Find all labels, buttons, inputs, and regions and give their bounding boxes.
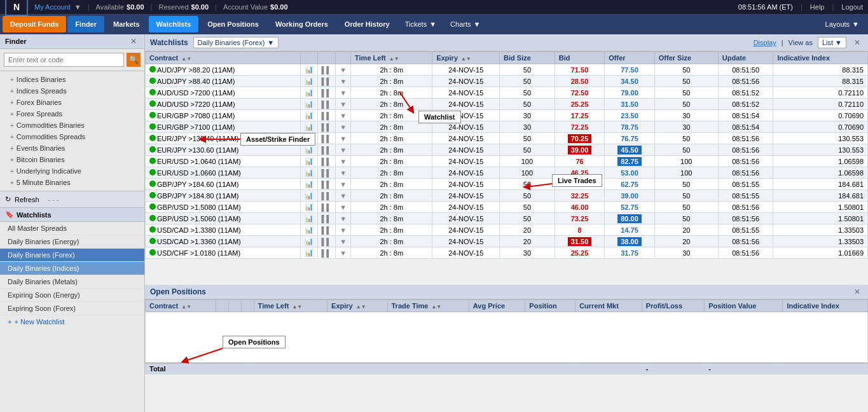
offer-cell[interactable]: 76.75	[605, 133, 655, 144]
toggle-cell[interactable]: ▼	[336, 167, 351, 179]
chart-icon-cell[interactable]: 📊	[300, 144, 317, 156]
watchlists-table-scroll[interactable]: Contract ▲▼ Time Left ▲▼ Expiry ▲▼ Bid S…	[145, 52, 868, 285]
sidebar-item-underlying-indicative[interactable]: +Underlying Indicative	[0, 165, 144, 177]
toggle-cell[interactable]: ▼	[336, 190, 351, 202]
toggle-cell[interactable]: ▼	[336, 99, 351, 110]
table-row[interactable]: AUD/USD >7220 (11AM) 📊 ▌▌ ▼ 2h : 8m 24-N…	[146, 99, 868, 110]
watchlists-button[interactable]: Watchlists	[149, 16, 199, 32]
bar-icon-cell[interactable]: ▌▌	[317, 247, 336, 259]
markets-button[interactable]: Markets	[106, 16, 148, 32]
my-account-link[interactable]: My Account	[34, 3, 71, 11]
table-row[interactable]: EUR/USD >1.0640 (11AM) 📊 ▌▌ ▼ 2h : 8m 24…	[146, 156, 868, 167]
tickets-dropdown[interactable]: Tickets ▼	[399, 16, 443, 32]
op-col-position[interactable]: Position	[525, 300, 575, 312]
op-col-3[interactable]	[241, 300, 254, 312]
offer-cell[interactable]: 31.75	[605, 247, 655, 259]
charts-dropdown[interactable]: Charts ▼	[444, 16, 486, 32]
table-row[interactable]: EUR/USD >1.0660 (11AM) 📊 ▌▌ ▼ 2h : 8m 24…	[146, 167, 868, 179]
watchlist-item-daily-energy[interactable]: Daily Binaries (Energy)	[0, 235, 144, 249]
op-col-current-mkt[interactable]: Current Mkt	[575, 300, 642, 312]
chart-icon-cell[interactable]: 📊	[300, 247, 317, 259]
order-history-button[interactable]: Order History	[337, 16, 397, 32]
op-col-indicative-index[interactable]: Indicative Index	[783, 300, 868, 312]
layouts-dropdown[interactable]: Layouts ▼	[819, 16, 865, 32]
finder-button[interactable]: Finder	[67, 16, 104, 32]
help-link[interactable]: Help	[810, 3, 825, 11]
bar-icon-cell[interactable]: ▌▌	[317, 87, 336, 99]
op-col-position-value[interactable]: Position Value	[705, 300, 783, 312]
offer-cell[interactable]: 31.50	[605, 99, 655, 110]
offer-cell[interactable]: 14.75	[605, 224, 655, 236]
dropdown-arrow[interactable]: ▼	[74, 3, 81, 11]
toggle-cell[interactable]: ▼	[336, 202, 351, 213]
finder-close-button[interactable]: ✕	[128, 37, 139, 46]
contract-cell[interactable]: EUR/GBP >7080 (11AM)	[146, 110, 301, 121]
chart-icon-cell[interactable]: 📊	[300, 167, 317, 179]
table-row[interactable]: GBP/USD >1.5060 (11AM) 📊 ▌▌ ▼ 2h : 8m 24…	[146, 213, 868, 224]
bid-cell[interactable]: 25.25	[555, 99, 605, 110]
bar-icon-cell[interactable]: ▌▌	[317, 224, 336, 236]
col-time-left[interactable]: Time Left ▲▼	[351, 52, 432, 64]
sidebar-item-5min-binaries[interactable]: +5 Minute Binaries	[0, 177, 144, 188]
bar-icon-cell[interactable]: ▌▌	[317, 167, 336, 179]
offer-cell[interactable]: 38.00	[605, 236, 655, 247]
sidebar-item-indices-spreads[interactable]: +Indices Spreads	[0, 85, 144, 97]
offer-cell[interactable]: 79.00	[605, 87, 655, 99]
chart-icon-cell[interactable]: 📊	[300, 64, 317, 76]
bid-cell[interactable]: 28.50	[555, 76, 605, 87]
toggle-cell[interactable]: ▼	[336, 121, 351, 133]
offer-cell[interactable]: 78.75	[605, 121, 655, 133]
working-orders-button[interactable]: Working Orders	[268, 16, 336, 32]
contract-cell[interactable]: AUD/USD >7200 (11AM)	[146, 87, 301, 99]
contract-cell[interactable]: AUD/USD >7220 (11AM)	[146, 99, 301, 110]
chart-icon-cell[interactable]: 📊	[300, 213, 317, 224]
table-row[interactable]: AUD/JPY >88.20 (11AM) 📊 ▌▌ ▼ 2h : 8m 24-…	[146, 64, 868, 76]
table-row[interactable]: USD/CAD >1.3380 (11AM) 📊 ▌▌ ▼ 2h : 8m 24…	[146, 224, 868, 236]
watchlist-item-expiring-energy[interactable]: Expiring Soon (Energy)	[0, 289, 144, 302]
offer-cell[interactable]: 52.75	[605, 202, 655, 213]
watchlist-selector[interactable]: Daily Binaries (Forex) ▼	[193, 37, 279, 48]
contract-cell[interactable]: AUD/JPY >88.20 (11AM)	[146, 64, 301, 76]
new-watchlist-button[interactable]: + + New Watchlist	[0, 315, 144, 328]
toggle-cell[interactable]: ▼	[336, 224, 351, 236]
contract-cell[interactable]: GBP/JPY >184.60 (11AM)	[146, 179, 301, 190]
op-col-contract[interactable]: Contract ▲▼	[146, 300, 216, 312]
view-as-selector[interactable]: List ▼	[818, 37, 846, 48]
toggle-cell[interactable]: ▼	[336, 144, 351, 156]
table-row[interactable]: USD/CAD >1.3360 (11AM) 📊 ▌▌ ▼ 2h : 8m 24…	[146, 236, 868, 247]
bid-cell[interactable]: 73.25	[555, 213, 605, 224]
watchlist-item-daily-forex[interactable]: Daily Binaries (Forex)	[0, 249, 144, 262]
toggle-cell[interactable]: ▼	[336, 110, 351, 121]
watchlist-item-expiring-forex[interactable]: Expiring Soon (Forex)	[0, 302, 144, 315]
toggle-cell[interactable]: ▼	[336, 179, 351, 190]
chart-icon-cell[interactable]: 📊	[300, 224, 317, 236]
deposit-funds-button[interactable]: Deposit Funds	[3, 16, 66, 32]
bid-cell[interactable]: 76	[555, 156, 605, 167]
toggle-cell[interactable]: ▼	[336, 133, 351, 144]
table-row[interactable]: GBP/JPY >184.80 (11AM) 📊 ▌▌ ▼ 2h : 8m 24…	[146, 190, 868, 202]
bar-icon-cell[interactable]: ▌▌	[317, 156, 336, 167]
table-row[interactable]: AUD/USD >7200 (11AM) 📊 ▌▌ ▼ 2h : 8m 24-N…	[146, 87, 868, 99]
op-col-time-left[interactable]: Time Left ▲▼	[254, 300, 327, 312]
chart-icon-cell[interactable]: 📊	[300, 87, 317, 99]
watchlist-item-all-master[interactable]: All Master Spreads	[0, 222, 144, 235]
watchlists-panel-close-button[interactable]: ✕	[851, 38, 863, 47]
bid-cell[interactable]: 46.00	[555, 202, 605, 213]
offer-cell[interactable]: 53.00	[605, 167, 655, 179]
bid-cell[interactable]: 39.00	[555, 144, 605, 156]
chart-icon-cell[interactable]: 📊	[300, 99, 317, 110]
col-chart[interactable]	[300, 52, 317, 64]
sidebar-item-commodities-spreads[interactable]: +Commodities Spreads	[0, 131, 144, 142]
chart-icon-cell[interactable]: 📊	[300, 202, 317, 213]
table-row[interactable]: EUR/GBP >7080 (11AM) 📊 ▌▌ ▼ 2h : 8m 24-N…	[146, 110, 868, 121]
offer-cell[interactable]: 34.50	[605, 76, 655, 87]
op-col-avg-price[interactable]: Avg Price	[469, 300, 525, 312]
logout-link[interactable]: Logout	[841, 3, 863, 11]
sidebar-item-forex-binaries[interactable]: +Forex Binaries	[0, 97, 144, 108]
contract-cell[interactable]: AUD/JPY >88.40 (11AM)	[146, 76, 301, 87]
chart-icon-cell[interactable]: 📊	[300, 236, 317, 247]
contract-cell[interactable]: USD/CAD >1.3360 (11AM)	[146, 236, 301, 247]
contract-cell[interactable]: GBP/JPY >184.80 (11AM)	[146, 190, 301, 202]
contract-cell[interactable]: EUR/USD >1.0660 (11AM)	[146, 167, 301, 179]
chart-icon-cell[interactable]: 📊	[300, 110, 317, 121]
